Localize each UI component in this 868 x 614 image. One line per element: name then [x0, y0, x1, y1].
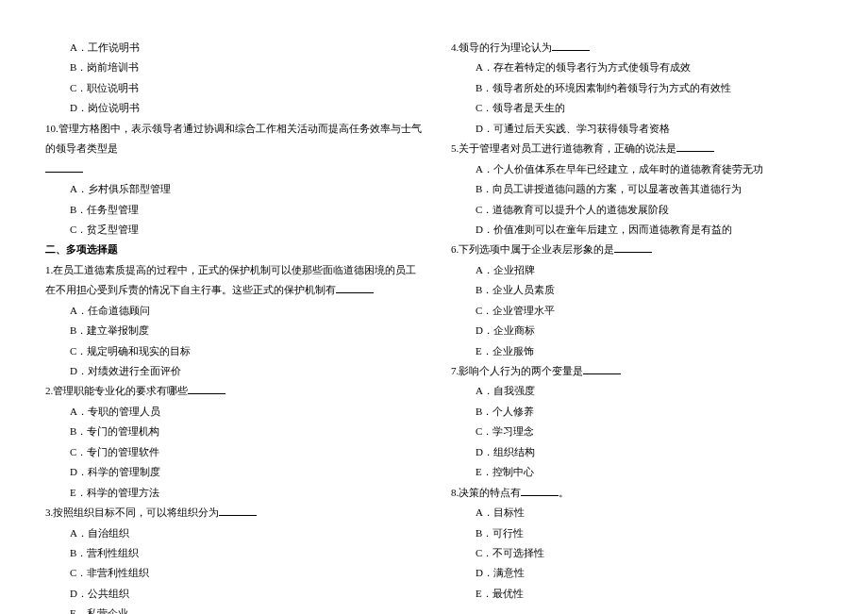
mq3-option-d: D．公共组织 — [38, 584, 425, 604]
blank-icon — [219, 506, 257, 516]
mq2-stem-text: 2.管理职能专业化的要求有哪些 — [45, 385, 188, 396]
blank-icon — [614, 243, 652, 253]
blank-icon — [188, 386, 225, 395]
mq6-stem-text: 6.下列选项中属于企业表层形象的是 — [451, 243, 614, 255]
q10-stem: 10.管理方格图中，表示领导者通过协调和综合工作相关活动而提高任务效率与士气的领… — [38, 119, 425, 159]
mq3-option-b: B．营利性组织 — [38, 543, 425, 563]
mq4-stem: 4.领导的行为理论认为 — [443, 38, 830, 58]
mq6-option-b: B．企业人员素质 — [443, 280, 830, 300]
mq4-option-d: D．可通过后天实践、学习获得领导者资格 — [443, 119, 830, 139]
mq4-option-a: A．存在着特定的领导者行为方式使领导有成效 — [443, 58, 830, 77]
q9-option-a: A．工作说明书 — [38, 38, 425, 58]
mq2-option-a: A．专职的管理人员 — [38, 402, 425, 422]
mq8-option-c: C．不可选择性 — [443, 543, 830, 563]
mq5-stem: 5.关于管理者对员工进行道德教育，正确的说法是 — [443, 139, 830, 158]
mq4-stem-text: 4.领导的行为理论认为 — [451, 41, 552, 53]
mq8-stem-pre: 8.决策的特点有 — [451, 487, 521, 498]
mq4-option-b: B．领导者所处的环境因素制约着领导行为方式的有效性 — [443, 78, 830, 98]
mq8-option-a: A．目标性 — [443, 503, 830, 523]
mq3-stem-text: 3.按照组织目标不同，可以将组织分为 — [45, 506, 219, 518]
mq6-option-c: C．企业管理水平 — [443, 301, 830, 321]
mq3-stem: 3.按照组织目标不同，可以将组织分为 — [38, 503, 425, 523]
mq5-option-a: A．个人价值体系在早年已经建立，成年时的道德教育徒劳无功 — [443, 159, 830, 179]
blank-icon — [583, 365, 621, 374]
q9-option-d: D．岗位说明书 — [38, 98, 425, 118]
mq6-stem: 6.下列选项中属于企业表层形象的是 — [443, 240, 830, 259]
q10-option-c: C．贫乏型管理 — [38, 220, 425, 240]
mq2-option-c: C．专门的管理软件 — [38, 442, 425, 462]
mq7-option-b: B．个人修养 — [443, 402, 830, 422]
mq2-option-d: D．科学的管理制度 — [38, 462, 425, 482]
mq8-option-e: E．最优性 — [443, 584, 830, 604]
section-2-title: 二、多项选择题 — [38, 240, 425, 259]
mq8-option-b: B．可行性 — [443, 523, 830, 543]
mq3-option-a: A．自治组织 — [38, 523, 425, 543]
mq7-stem-text: 7.影响个人行为的两个变量是 — [451, 365, 583, 376]
mq2-stem: 2.管理职能专业化的要求有哪些 — [38, 381, 425, 401]
mq1-option-d: D．对绩效进行全面评价 — [38, 361, 425, 381]
mq7-stem: 7.影响个人行为的两个变量是 — [443, 361, 830, 381]
mq7-option-d: D．组织结构 — [443, 442, 830, 462]
mq5-stem-text: 5.关于管理者对员工进行道德教育，正确的说法是 — [451, 142, 676, 154]
left-column: A．工作说明书 B．岗前培训书 C．职位说明书 D．岗位说明书 10.管理方格图… — [28, 38, 434, 595]
mq6-option-a: A．企业招牌 — [443, 260, 830, 280]
mq6-option-d: D．企业商标 — [443, 321, 830, 340]
mq4-option-c: C．领导者是天生的 — [443, 98, 830, 118]
blank-icon — [45, 163, 83, 173]
mq5-option-b: B．向员工讲授道德问题的方案，可以显著改善其道德行为 — [443, 179, 830, 199]
q10-option-b: B．任务型管理 — [38, 200, 425, 220]
mq8-stem: 8.决策的特点有。 — [443, 483, 830, 503]
mq1-option-c: C．规定明确和现实的目标 — [38, 341, 425, 361]
mq1-option-b: B．建立举报制度 — [38, 321, 425, 340]
q10-option-a: A．乡村俱乐部型管理 — [38, 179, 425, 199]
mq2-option-e: E．科学的管理方法 — [38, 483, 425, 503]
q10-blank-line — [38, 159, 425, 179]
q10-stem-text: 10.管理方格图中，表示领导者通过协调和综合工作相关活动而提高任务效率与士气的领… — [45, 123, 422, 154]
mq7-option-c: C．学习理念 — [443, 422, 830, 441]
blank-icon — [336, 284, 374, 293]
right-column: 4.领导的行为理论认为 A．存在着特定的领导者行为方式使领导有成效 B．领导者所… — [434, 38, 840, 595]
blank-icon — [552, 41, 590, 51]
q9-option-c: C．职位说明书 — [38, 78, 425, 98]
mq6-option-e: E．企业服饰 — [443, 341, 830, 361]
mq1-option-a: A．任命道德顾问 — [38, 301, 425, 321]
mq7-option-e: E．控制中心 — [443, 462, 830, 482]
blank-icon — [676, 142, 714, 152]
mq8-stem-post: 。 — [559, 487, 569, 498]
mq1-stem: 1.在员工道德素质提高的过程中，正式的保护机制可以使那些面临道德困境的员工在不用… — [38, 260, 425, 301]
mq5-option-d: D．价值准则可以在童年后建立，因而道德教育是有益的 — [443, 220, 830, 240]
mq8-option-d: D．满意性 — [443, 563, 830, 583]
mq5-option-c: C．道德教育可以提升个人的道德发展阶段 — [443, 200, 830, 220]
mq2-option-b: B．专门的管理机构 — [38, 422, 425, 441]
blank-icon — [521, 487, 559, 496]
q9-option-b: B．岗前培训书 — [38, 58, 425, 77]
mq7-option-a: A．自我强度 — [443, 381, 830, 401]
mq3-option-c: C．非营利性组织 — [38, 563, 425, 583]
mq3-option-e: E．私营企业 — [38, 604, 425, 614]
